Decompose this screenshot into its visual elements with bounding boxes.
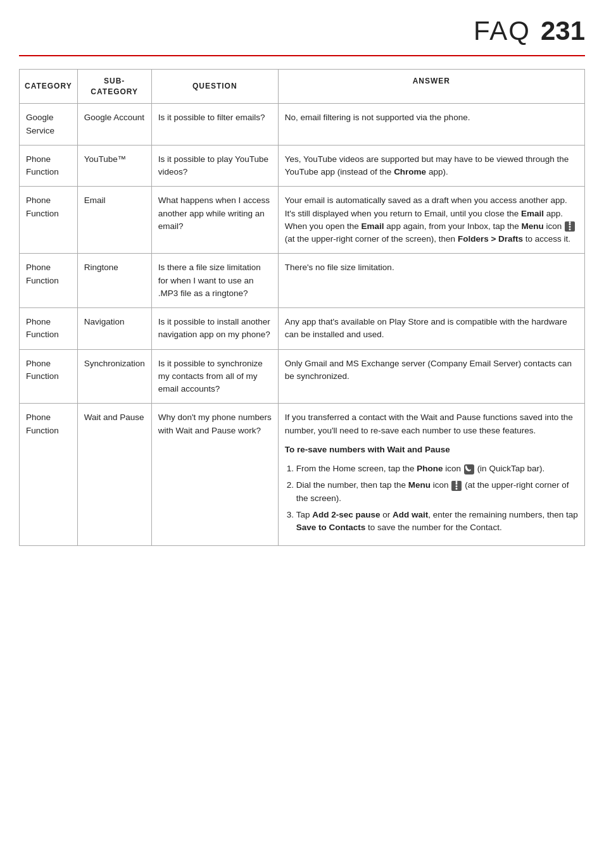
col-header-subcategory: SUB-CATEGORY xyxy=(77,69,151,104)
row-answer: No, email filtering is not supported via… xyxy=(278,104,584,146)
faq-table: CATEGORY SUB-CATEGORY QUESTION ANSWER Go… xyxy=(19,69,585,547)
table-row: Phone Function Synchronization Is it pos… xyxy=(20,349,585,404)
bold-text: Email xyxy=(362,221,384,231)
table-row: Phone Function YouTube™ Is it possible t… xyxy=(20,145,585,187)
answer-steps: From the Home screen, tap the Phone icon… xyxy=(285,462,578,534)
bold-text: Phone xyxy=(417,464,443,473)
row-subcategory: Synchronization xyxy=(77,349,151,404)
row-subcategory: Email xyxy=(77,187,151,254)
row-subcategory: Google Account xyxy=(77,104,151,146)
bold-text: Chrome xyxy=(394,167,426,177)
row-category: Phone Function xyxy=(20,145,78,187)
row-question: What happens when I access another app w… xyxy=(151,187,278,254)
answer-intro: If you transferred a contact with the Wa… xyxy=(285,411,578,437)
menu-icon xyxy=(451,481,462,491)
table-header-row: CATEGORY SUB-CATEGORY QUESTION ANSWER xyxy=(20,69,585,104)
col-header-answer: ANSWER xyxy=(278,69,584,104)
bold-text: Email xyxy=(521,209,544,218)
row-question: Is it possible to play YouTube videos? xyxy=(151,145,278,187)
row-question: Is it possible to install another naviga… xyxy=(151,308,278,350)
page-header: FAQ 231 xyxy=(19,13,585,56)
table-row: Google Service Google Account Is it poss… xyxy=(20,104,585,146)
list-item: Tap Add 2-sec pause or Add wait, enter t… xyxy=(296,509,578,535)
bold-text: To re-save numbers with Wait and Pause xyxy=(285,445,450,454)
row-answer: There's no file size limitation. xyxy=(278,254,584,308)
row-question: Is it possible to synchronize my contact… xyxy=(151,349,278,404)
page-number: 231 xyxy=(541,13,585,50)
table-row: Phone Function Ringtone Is there a file … xyxy=(20,254,585,308)
row-subcategory: Wait and Pause xyxy=(77,404,151,546)
row-answer: Your email is automatically saved as a d… xyxy=(278,187,584,254)
row-category: Phone Function xyxy=(20,254,78,308)
row-answer: Yes, YouTube videos are supported but ma… xyxy=(278,145,584,187)
row-category: Phone Function xyxy=(20,349,78,404)
col-header-question: QUESTION xyxy=(151,69,278,104)
table-row: Phone Function Email What happens when I… xyxy=(20,187,585,254)
row-subcategory: Navigation xyxy=(77,308,151,350)
bold-text: Add wait xyxy=(393,510,428,519)
menu-icon xyxy=(565,221,575,232)
col-header-category: CATEGORY xyxy=(20,69,78,104)
row-question: Why don't my phone numbers with Wait and… xyxy=(151,404,278,546)
row-subcategory: Ringtone xyxy=(77,254,151,308)
bold-text: Add 2-sec pause xyxy=(312,510,380,519)
row-question: Is it possible to filter emails? xyxy=(151,104,278,146)
row-answer: Only Gmail and MS Exchange server (Compa… xyxy=(278,349,584,404)
list-item: Dial the number, then tap the Menu icon … xyxy=(296,479,578,505)
page-title: FAQ xyxy=(474,13,531,50)
row-category: Phone Function xyxy=(20,187,78,254)
phone-icon xyxy=(464,464,474,474)
page-container: FAQ 231 CATEGORY SUB-CATEGORY QUESTION A… xyxy=(0,0,604,868)
row-category: Phone Function xyxy=(20,308,78,350)
table-row: Phone Function Navigation Is it possible… xyxy=(20,308,585,350)
row-category: Phone Function xyxy=(20,404,78,546)
bold-text: Folders > Drafts xyxy=(458,234,523,244)
row-subcategory: YouTube™ xyxy=(77,145,151,187)
row-answer: Any app that's available on Play Store a… xyxy=(278,308,584,350)
answer-section-title: To re-save numbers with Wait and Pause xyxy=(285,443,578,456)
row-question: Is there a file size limitation for when… xyxy=(151,254,278,308)
table-row: Phone Function Wait and Pause Why don't … xyxy=(20,404,585,546)
row-answer: If you transferred a contact with the Wa… xyxy=(278,404,584,546)
row-category: Google Service xyxy=(20,104,78,146)
list-item: From the Home screen, tap the Phone icon… xyxy=(296,462,578,475)
bold-text: Menu xyxy=(522,221,544,231)
bold-text: Menu xyxy=(408,480,431,490)
bold-text: Save to Contacts xyxy=(296,523,366,532)
